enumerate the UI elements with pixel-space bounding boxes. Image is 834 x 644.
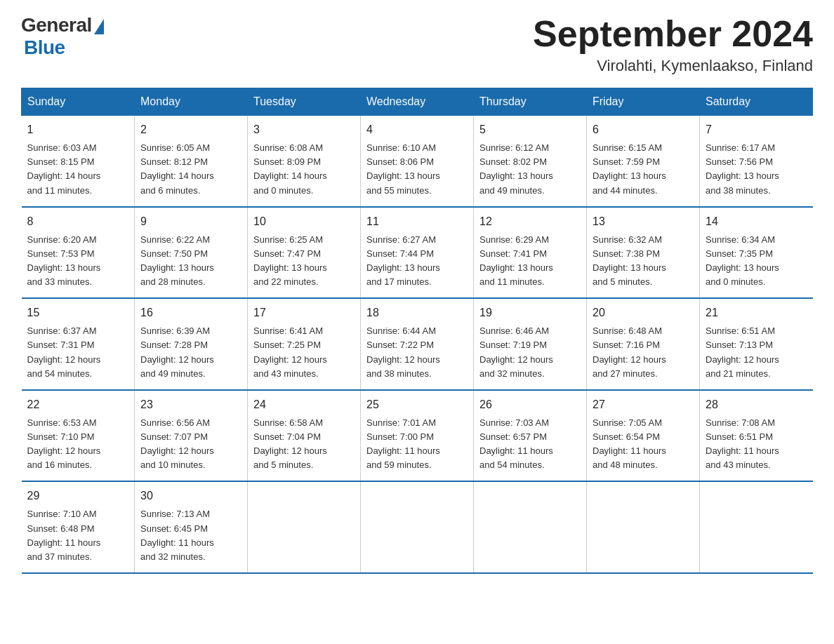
logo-general-text: General bbox=[21, 14, 92, 36]
calendar-cell: 15Sunrise: 6:37 AMSunset: 7:31 PMDayligh… bbox=[22, 298, 135, 390]
header-day-tuesday: Tuesday bbox=[248, 88, 361, 116]
day-number: 9 bbox=[140, 213, 241, 230]
day-number: 5 bbox=[479, 121, 581, 138]
cell-info: Sunrise: 7:08 AMSunset: 6:51 PMDaylight:… bbox=[706, 416, 807, 473]
day-number: 2 bbox=[140, 121, 241, 138]
calendar-cell bbox=[700, 481, 813, 573]
day-number: 10 bbox=[253, 213, 355, 230]
day-number: 7 bbox=[706, 121, 807, 138]
title-block: September 2024 Virolahti, Kymenlaakso, F… bbox=[533, 14, 813, 75]
cell-info: Sunrise: 6:51 AMSunset: 7:13 PMDaylight:… bbox=[706, 324, 807, 381]
cell-info: Sunrise: 6:29 AMSunset: 7:41 PMDaylight:… bbox=[479, 233, 581, 290]
header-day-friday: Friday bbox=[587, 88, 700, 116]
header-day-thursday: Thursday bbox=[474, 88, 587, 116]
cell-info: Sunrise: 6:53 AMSunset: 7:10 PMDaylight:… bbox=[27, 416, 129, 473]
logo-blue-text: Blue bbox=[24, 36, 65, 59]
calendar-cell bbox=[361, 481, 474, 573]
calendar-cell bbox=[587, 481, 700, 573]
header-row: SundayMondayTuesdayWednesdayThursdayFrid… bbox=[22, 88, 813, 116]
calendar-cell: 27Sunrise: 7:05 AMSunset: 6:54 PMDayligh… bbox=[587, 390, 700, 482]
calendar-cell: 4Sunrise: 6:10 AMSunset: 8:06 PMDaylight… bbox=[361, 116, 474, 207]
day-number: 17 bbox=[253, 304, 355, 321]
day-number: 13 bbox=[593, 213, 694, 230]
day-number: 25 bbox=[366, 396, 468, 413]
calendar-cell: 16Sunrise: 6:39 AMSunset: 7:28 PMDayligh… bbox=[135, 298, 248, 390]
cell-info: Sunrise: 6:08 AMSunset: 8:09 PMDaylight:… bbox=[253, 141, 355, 198]
day-number: 24 bbox=[253, 396, 355, 413]
cell-info: Sunrise: 6:05 AMSunset: 8:12 PMDaylight:… bbox=[140, 141, 241, 198]
header-day-wednesday: Wednesday bbox=[361, 88, 474, 116]
day-number: 6 bbox=[593, 121, 694, 138]
calendar-cell: 25Sunrise: 7:01 AMSunset: 7:00 PMDayligh… bbox=[361, 390, 474, 482]
calendar-cell bbox=[474, 481, 587, 573]
day-number: 27 bbox=[593, 396, 694, 413]
calendar-cell: 13Sunrise: 6:32 AMSunset: 7:38 PMDayligh… bbox=[587, 207, 700, 299]
day-number: 26 bbox=[479, 396, 581, 413]
day-number: 3 bbox=[253, 121, 355, 138]
week-row-4: 22Sunrise: 6:53 AMSunset: 7:10 PMDayligh… bbox=[22, 390, 813, 482]
calendar-cell: 10Sunrise: 6:25 AMSunset: 7:47 PMDayligh… bbox=[248, 207, 361, 299]
cell-info: Sunrise: 6:20 AMSunset: 7:53 PMDaylight:… bbox=[27, 233, 129, 290]
calendar-cell: 12Sunrise: 6:29 AMSunset: 7:41 PMDayligh… bbox=[474, 207, 587, 299]
cell-info: Sunrise: 6:03 AMSunset: 8:15 PMDaylight:… bbox=[27, 141, 129, 198]
day-number: 4 bbox=[366, 121, 468, 138]
calendar-cell: 6Sunrise: 6:15 AMSunset: 7:59 PMDaylight… bbox=[587, 116, 700, 207]
cell-info: Sunrise: 6:25 AMSunset: 7:47 PMDaylight:… bbox=[253, 233, 355, 290]
cell-info: Sunrise: 6:56 AMSunset: 7:07 PMDaylight:… bbox=[140, 416, 241, 473]
calendar-cell: 3Sunrise: 6:08 AMSunset: 8:09 PMDaylight… bbox=[248, 116, 361, 207]
calendar-cell: 9Sunrise: 6:22 AMSunset: 7:50 PMDaylight… bbox=[135, 207, 248, 299]
day-number: 18 bbox=[366, 304, 468, 321]
calendar-subtitle: Virolahti, Kymenlaakso, Finland bbox=[533, 57, 813, 75]
cell-info: Sunrise: 6:44 AMSunset: 7:22 PMDaylight:… bbox=[366, 324, 468, 381]
week-row-5: 29Sunrise: 7:10 AMSunset: 6:48 PMDayligh… bbox=[22, 481, 813, 573]
calendar-table: SundayMondayTuesdayWednesdayThursdayFrid… bbox=[21, 88, 813, 574]
calendar-cell: 1Sunrise: 6:03 AMSunset: 8:15 PMDaylight… bbox=[22, 116, 135, 207]
day-number: 22 bbox=[27, 396, 129, 413]
week-row-2: 8Sunrise: 6:20 AMSunset: 7:53 PMDaylight… bbox=[22, 207, 813, 299]
cell-info: Sunrise: 6:34 AMSunset: 7:35 PMDaylight:… bbox=[706, 233, 807, 290]
cell-info: Sunrise: 7:13 AMSunset: 6:45 PMDaylight:… bbox=[140, 507, 241, 564]
day-number: 28 bbox=[706, 396, 807, 413]
cell-info: Sunrise: 7:03 AMSunset: 6:57 PMDaylight:… bbox=[479, 416, 581, 473]
day-number: 30 bbox=[140, 488, 241, 504]
day-number: 21 bbox=[706, 304, 807, 321]
day-number: 14 bbox=[706, 213, 807, 230]
cell-info: Sunrise: 6:41 AMSunset: 7:25 PMDaylight:… bbox=[253, 324, 355, 381]
header-day-monday: Monday bbox=[135, 88, 248, 116]
calendar-cell: 11Sunrise: 6:27 AMSunset: 7:44 PMDayligh… bbox=[361, 207, 474, 299]
day-number: 8 bbox=[27, 213, 129, 230]
cell-info: Sunrise: 6:17 AMSunset: 7:56 PMDaylight:… bbox=[706, 141, 807, 198]
cell-info: Sunrise: 6:58 AMSunset: 7:04 PMDaylight:… bbox=[253, 416, 355, 473]
cell-info: Sunrise: 6:48 AMSunset: 7:16 PMDaylight:… bbox=[593, 324, 694, 381]
cell-info: Sunrise: 6:12 AMSunset: 8:02 PMDaylight:… bbox=[479, 141, 581, 198]
calendar-cell: 24Sunrise: 6:58 AMSunset: 7:04 PMDayligh… bbox=[248, 390, 361, 482]
cell-info: Sunrise: 6:15 AMSunset: 7:59 PMDaylight:… bbox=[593, 141, 694, 198]
calendar-cell: 19Sunrise: 6:46 AMSunset: 7:19 PMDayligh… bbox=[474, 298, 587, 390]
calendar-cell: 23Sunrise: 6:56 AMSunset: 7:07 PMDayligh… bbox=[135, 390, 248, 482]
page-header: General Blue September 2024 Virolahti, K… bbox=[21, 14, 813, 75]
cell-info: Sunrise: 7:05 AMSunset: 6:54 PMDaylight:… bbox=[593, 416, 694, 473]
cell-info: Sunrise: 7:01 AMSunset: 7:00 PMDaylight:… bbox=[366, 416, 468, 473]
calendar-title: September 2024 bbox=[533, 14, 813, 54]
cell-info: Sunrise: 6:37 AMSunset: 7:31 PMDaylight:… bbox=[27, 324, 129, 381]
calendar-cell: 17Sunrise: 6:41 AMSunset: 7:25 PMDayligh… bbox=[248, 298, 361, 390]
cell-info: Sunrise: 6:32 AMSunset: 7:38 PMDaylight:… bbox=[593, 233, 694, 290]
day-number: 23 bbox=[140, 396, 241, 413]
day-number: 1 bbox=[27, 121, 129, 138]
calendar-cell: 14Sunrise: 6:34 AMSunset: 7:35 PMDayligh… bbox=[700, 207, 813, 299]
calendar-cell: 7Sunrise: 6:17 AMSunset: 7:56 PMDaylight… bbox=[700, 116, 813, 207]
calendar-cell: 20Sunrise: 6:48 AMSunset: 7:16 PMDayligh… bbox=[587, 298, 700, 390]
cell-info: Sunrise: 6:46 AMSunset: 7:19 PMDaylight:… bbox=[479, 324, 581, 381]
calendar-cell: 28Sunrise: 7:08 AMSunset: 6:51 PMDayligh… bbox=[700, 390, 813, 482]
calendar-cell: 30Sunrise: 7:13 AMSunset: 6:45 PMDayligh… bbox=[135, 481, 248, 573]
day-number: 11 bbox=[366, 213, 468, 230]
day-number: 16 bbox=[140, 304, 241, 321]
header-day-saturday: Saturday bbox=[700, 88, 813, 116]
day-number: 20 bbox=[593, 304, 694, 321]
calendar-cell: 29Sunrise: 7:10 AMSunset: 6:48 PMDayligh… bbox=[22, 481, 135, 573]
logo: General Blue bbox=[21, 14, 104, 59]
calendar-cell: 26Sunrise: 7:03 AMSunset: 6:57 PMDayligh… bbox=[474, 390, 587, 482]
logo-triangle-icon bbox=[94, 19, 104, 34]
week-row-1: 1Sunrise: 6:03 AMSunset: 8:15 PMDaylight… bbox=[22, 116, 813, 207]
cell-info: Sunrise: 6:39 AMSunset: 7:28 PMDaylight:… bbox=[140, 324, 241, 381]
